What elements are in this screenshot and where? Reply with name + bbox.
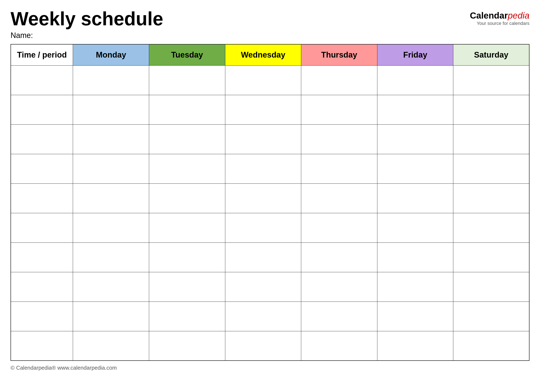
logo-text: Calendarpedia bbox=[470, 10, 530, 21]
table-row bbox=[11, 272, 529, 302]
table-row bbox=[11, 184, 529, 213]
cell-row4-col6[interactable] bbox=[453, 154, 529, 184]
table-row bbox=[11, 331, 529, 361]
cell-row4-col4[interactable] bbox=[301, 154, 377, 184]
cell-row4-col5[interactable] bbox=[377, 154, 453, 184]
cell-row4-col3[interactable] bbox=[225, 154, 301, 184]
cell-row3-col5[interactable] bbox=[377, 124, 453, 154]
cell-row7-col1[interactable] bbox=[73, 243, 149, 272]
cell-row8-col1[interactable] bbox=[73, 272, 149, 302]
cell-row9-col1[interactable] bbox=[73, 302, 149, 331]
cell-row6-col2[interactable] bbox=[149, 213, 225, 243]
cell-row5-col4[interactable] bbox=[301, 184, 377, 213]
cell-row9-col0[interactable] bbox=[11, 302, 73, 331]
col-header-tuesday: Tuesday bbox=[149, 44, 225, 65]
table-row bbox=[11, 95, 529, 124]
page-title: Weekly schedule bbox=[10, 8, 163, 29]
cell-row2-col5[interactable] bbox=[377, 95, 453, 124]
table-row bbox=[11, 243, 529, 272]
logo-section: Calendarpedia Your source for calendars bbox=[470, 10, 530, 26]
cell-row6-col0[interactable] bbox=[11, 213, 73, 243]
cell-row6-col5[interactable] bbox=[377, 213, 453, 243]
cell-row7-col0[interactable] bbox=[11, 243, 73, 272]
cell-row5-col1[interactable] bbox=[73, 184, 149, 213]
cell-row3-col3[interactable] bbox=[225, 124, 301, 154]
cell-row6-col4[interactable] bbox=[301, 213, 377, 243]
header-row: Time / period Monday Tuesday Wednesday T… bbox=[11, 44, 529, 65]
cell-row9-col4[interactable] bbox=[301, 302, 377, 331]
cell-row8-col0[interactable] bbox=[11, 272, 73, 302]
table-row bbox=[11, 302, 529, 331]
cell-row5-col5[interactable] bbox=[377, 184, 453, 213]
header: Weekly schedule Name: Calendarpedia Your… bbox=[10, 8, 530, 40]
cell-row6-col6[interactable] bbox=[453, 213, 529, 243]
cell-row2-col1[interactable] bbox=[73, 95, 149, 124]
cell-row2-col3[interactable] bbox=[225, 95, 301, 124]
cell-row1-col4[interactable] bbox=[301, 65, 377, 95]
cell-row1-col1[interactable] bbox=[73, 65, 149, 95]
table-row bbox=[11, 65, 529, 95]
cell-row4-col1[interactable] bbox=[73, 154, 149, 184]
cell-row1-col0[interactable] bbox=[11, 65, 73, 95]
cell-row8-col4[interactable] bbox=[301, 272, 377, 302]
cell-row6-col1[interactable] bbox=[73, 213, 149, 243]
table-row bbox=[11, 124, 529, 154]
cell-row9-col5[interactable] bbox=[377, 302, 453, 331]
col-header-thursday: Thursday bbox=[301, 44, 377, 65]
cell-row9-col2[interactable] bbox=[149, 302, 225, 331]
logo-pedia-part: pedia bbox=[508, 10, 530, 20]
cell-row2-col4[interactable] bbox=[301, 95, 377, 124]
cell-row7-col3[interactable] bbox=[225, 243, 301, 272]
col-header-saturday: Saturday bbox=[453, 44, 529, 65]
cell-row5-col2[interactable] bbox=[149, 184, 225, 213]
logo-tagline: Your source for calendars bbox=[470, 21, 530, 26]
cell-row3-col2[interactable] bbox=[149, 124, 225, 154]
cell-row4-col0[interactable] bbox=[11, 154, 73, 184]
table-row bbox=[11, 213, 529, 243]
cell-row10-col5[interactable] bbox=[377, 331, 453, 361]
cell-row3-col4[interactable] bbox=[301, 124, 377, 154]
name-label: Name: bbox=[10, 31, 163, 40]
cell-row10-col0[interactable] bbox=[11, 331, 73, 361]
cell-row7-col5[interactable] bbox=[377, 243, 453, 272]
cell-row3-col1[interactable] bbox=[73, 124, 149, 154]
cell-row6-col3[interactable] bbox=[225, 213, 301, 243]
cell-row10-col2[interactable] bbox=[149, 331, 225, 361]
cell-row3-col0[interactable] bbox=[11, 124, 73, 154]
footer: © Calendarpedia® www.calendarpedia.com bbox=[10, 365, 530, 371]
title-section: Weekly schedule Name: bbox=[10, 8, 163, 40]
cell-row8-col3[interactable] bbox=[225, 272, 301, 302]
cell-row9-col3[interactable] bbox=[225, 302, 301, 331]
cell-row5-col0[interactable] bbox=[11, 184, 73, 213]
col-header-wednesday: Wednesday bbox=[225, 44, 301, 65]
cell-row8-col2[interactable] bbox=[149, 272, 225, 302]
schedule-table: Time / period Monday Tuesday Wednesday T… bbox=[10, 44, 530, 361]
cell-row1-col3[interactable] bbox=[225, 65, 301, 95]
cell-row7-col4[interactable] bbox=[301, 243, 377, 272]
col-header-time: Time / period bbox=[11, 44, 73, 65]
cell-row7-col2[interactable] bbox=[149, 243, 225, 272]
cell-row5-col3[interactable] bbox=[225, 184, 301, 213]
cell-row8-col6[interactable] bbox=[453, 272, 529, 302]
cell-row10-col6[interactable] bbox=[453, 331, 529, 361]
cell-row10-col4[interactable] bbox=[301, 331, 377, 361]
col-header-friday: Friday bbox=[377, 44, 453, 65]
cell-row3-col6[interactable] bbox=[453, 124, 529, 154]
cell-row1-col6[interactable] bbox=[453, 65, 529, 95]
cell-row1-col5[interactable] bbox=[377, 65, 453, 95]
table-row bbox=[11, 154, 529, 184]
cell-row2-col6[interactable] bbox=[453, 95, 529, 124]
cell-row7-col6[interactable] bbox=[453, 243, 529, 272]
logo-calendar-part: Calendar bbox=[470, 10, 508, 20]
cell-row2-col2[interactable] bbox=[149, 95, 225, 124]
cell-row5-col6[interactable] bbox=[453, 184, 529, 213]
cell-row10-col1[interactable] bbox=[73, 331, 149, 361]
cell-row8-col5[interactable] bbox=[377, 272, 453, 302]
cell-row1-col2[interactable] bbox=[149, 65, 225, 95]
cell-row4-col2[interactable] bbox=[149, 154, 225, 184]
cell-row2-col0[interactable] bbox=[11, 95, 73, 124]
col-header-monday: Monday bbox=[73, 44, 149, 65]
cell-row9-col6[interactable] bbox=[453, 302, 529, 331]
cell-row10-col3[interactable] bbox=[225, 331, 301, 361]
